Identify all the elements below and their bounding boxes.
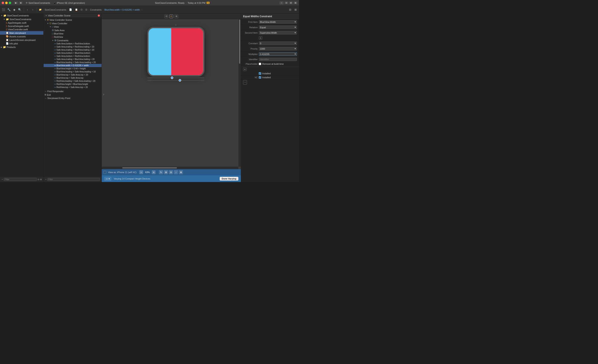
breakpoint-icon[interactable]: ◆	[12, 8, 17, 12]
scene-tree-item-blue-view[interactable]: □ BlueView	[44, 32, 101, 35]
tree-item-infoplist[interactable]: 📄 Info.plist	[0, 42, 43, 45]
run-button[interactable]: ▶	[14, 1, 18, 4]
breadcrumb-1[interactable]: SizeClassConstraints	[44, 8, 67, 11]
add-tab-button[interactable]: ＋	[280, 1, 284, 5]
constraint-red-leading-20[interactable]: ═ RedView.leading = Safe Area.leading + …	[44, 80, 101, 83]
warning-icon[interactable]: ⚠	[169, 15, 173, 18]
constraint-blue-top-20[interactable]: ═ BlueView.top = Safe Area.top + 20	[44, 73, 101, 76]
tree-item-viewcontroller[interactable]: S ViewController.swift	[0, 28, 43, 31]
tree-item-main-storyboard[interactable]: 📋 Main.storyboard	[0, 31, 43, 35]
filter-input[interactable]	[4, 178, 37, 181]
constraint-blue-height[interactable]: ═ BlueView.height = 0.44 × height	[44, 67, 101, 70]
remove-button[interactable]: −	[243, 80, 247, 85]
add-installed-button[interactable]: +	[243, 68, 247, 71]
canvas-hscroll[interactable]	[102, 167, 238, 169]
project-selector[interactable]: ⚙ SizeClassConstraints	[26, 2, 50, 4]
fit-button[interactable]: ⊟	[169, 170, 173, 174]
red-view[interactable]	[171, 28, 203, 75]
constraint-safe-trailing-red-2[interactable]: ═ Safe Area.trailing = RedView.trailing …	[44, 48, 101, 51]
constraint-blue-leading-16[interactable]: ═ BlueView.leading = Safe Area.leading +…	[44, 70, 101, 73]
multiplier-input[interactable]: 0.416295 ▾	[259, 52, 297, 56]
add-icon[interactable]: +	[2, 178, 3, 181]
scene-tree-item-vc[interactable]: ▼ ⊡ View Controller	[44, 22, 101, 25]
scene-filter-input[interactable]	[47, 178, 100, 181]
first-item-select[interactable]: BlueView.Width ▾	[259, 20, 297, 24]
tree-item-scenedelegate[interactable]: S SceneDelegate.swift	[0, 24, 43, 28]
constraint-red-height[interactable]: ═ RedView.height = BlueView.height	[44, 83, 101, 86]
tree-item-assets[interactable]: 🎨 Assets.xcassets	[0, 35, 43, 38]
layout-full[interactable]: ⊠	[294, 1, 297, 4]
scene-tree-exit[interactable]: ⊕ Exit	[44, 93, 101, 97]
add-icon[interactable]: +	[45, 178, 47, 181]
layout-split[interactable]: ⊞	[289, 1, 293, 4]
forward-icon[interactable]: ›	[31, 8, 35, 12]
minimize-button[interactable]	[5, 2, 8, 4]
tree-item-appdelegate[interactable]: S AppDelegate.swift	[0, 21, 43, 24]
installed-checkbox[interactable]	[259, 72, 261, 75]
tree-item-launchscreen[interactable]: 📋 LaunchScreen.storyboard	[0, 38, 43, 42]
scale-button[interactable]: ↕	[174, 170, 178, 174]
zoom-out-button[interactable]: −	[139, 170, 143, 174]
fullscreen-button[interactable]: ⊠	[179, 170, 183, 174]
constraint-blue-width-selected[interactable]: ═ BlueView.width = 0.416295 × width	[44, 64, 101, 67]
scene-tree-item-red-view[interactable]: □ RedView	[44, 35, 101, 39]
breadcrumb-4[interactable]: ⊡	[80, 8, 83, 11]
breadcrumb-5[interactable]: ⊡	[85, 8, 88, 11]
vscroll-thumb[interactable]	[239, 19, 240, 64]
tree-item-products[interactable]: ▶ 📁 Products	[0, 45, 43, 49]
tree-item-root[interactable]: ▼ 📁 SizeClassConstraints	[0, 14, 43, 17]
add-constraint-button[interactable]: +	[259, 36, 262, 40]
scene-tree-item-safe-area[interactable]: ⊟ Safe Area	[44, 28, 101, 32]
inspector-toggle-icon[interactable]: ⊟	[288, 8, 292, 12]
priority-input[interactable]: 1000 ▾	[259, 47, 297, 50]
blue-view[interactable]	[149, 28, 171, 75]
scene-tree-item-constraints[interactable]: ▼ ⊞ Constraints	[44, 39, 101, 42]
editor-options-icon[interactable]: 🔧	[7, 8, 11, 12]
breadcrumb-constraints[interactable]: Constraints	[90, 8, 102, 11]
hc-installed-checkbox[interactable]	[259, 76, 261, 79]
breadcrumb-current[interactable]: BlueView.width = 0.416295 × width	[104, 8, 140, 11]
relation-select[interactable]: Equal ▾	[259, 25, 297, 29]
scene-close-button[interactable]	[98, 15, 100, 16]
grid-toggle-button[interactable]: ⊞	[164, 170, 168, 174]
constraint-safe-bottom-blue[interactable]: ═ Safe Area.bottom = BlueView.bottom	[44, 51, 101, 55]
constraint-red-top-20[interactable]: ═ RedView.top = Safe Area.top + 20	[44, 86, 101, 89]
sidebar-toggle-icon[interactable]: ⬛	[1, 8, 6, 12]
placeholder-checkbox[interactable]	[259, 63, 261, 65]
scene-tree-item-view[interactable]: ▼ □ View	[44, 25, 101, 28]
search-icon[interactable]: 🔍	[17, 8, 22, 12]
constraint-safe-bottom-red[interactable]: ═ Safe Area.bottom = RedView.bottom	[44, 42, 101, 45]
options-icon[interactable]: ⊠	[40, 178, 42, 181]
inspector-options-icon[interactable]: ⊠	[293, 8, 298, 12]
close-button[interactable]	[2, 2, 4, 4]
refresh-icon-button[interactable]: ↻	[159, 170, 163, 174]
layout-toggle[interactable]: ⊟	[284, 1, 288, 4]
stop-button[interactable]: ■	[19, 1, 22, 4]
zoom-in-button[interactable]: +	[152, 170, 156, 174]
second-slider-thumb[interactable]	[179, 79, 181, 81]
second-item-select[interactable]: Superview.Width ▾	[259, 31, 297, 34]
constraint-blue-leading-safe[interactable]: ═ BlueView.leading = Safe Area.leading +…	[44, 61, 101, 64]
done-varying-button[interactable]: Done Varying	[220, 177, 238, 181]
device-selector[interactable]: 📱 iPhone SE (2nd generation)	[53, 2, 85, 4]
breadcrumb-project[interactable]: 📁	[38, 8, 42, 11]
constraint-blue-top[interactable]: ═ BlueView.top = Safe Area.top	[44, 76, 101, 80]
view-as-checkbox[interactable]	[103, 171, 106, 174]
constraint-safe-trailing-red-1[interactable]: ═ Safe Area.trailing = RedView.trailing …	[44, 45, 101, 48]
breadcrumb-3[interactable]: 📋	[74, 8, 78, 11]
canvas-vscroll[interactable]	[238, 19, 241, 167]
identifier-input[interactable]	[259, 58, 297, 61]
scene-tree-first-responder[interactable]: → First Responder	[44, 90, 101, 93]
back-icon[interactable]: ‹	[25, 8, 30, 12]
constant-input[interactable]: 0 ▾	[259, 41, 297, 45]
device-preview-icon[interactable]: ⊟	[165, 15, 168, 18]
size-selector[interactable]: ▭ ▾	[104, 177, 111, 181]
warning-badge[interactable]: 1	[207, 2, 209, 4]
constraint-safe-trailing-blue[interactable]: ═ Safe Area.trailing = BlueView.trailing…	[44, 58, 101, 61]
grid-icon[interactable]: ⊞	[174, 15, 178, 18]
scene-tree-item-vc-scene[interactable]: ▼ ⊞ View Controller Scene	[44, 18, 101, 22]
width-slider-thumb[interactable]	[171, 77, 173, 79]
tree-item-group[interactable]: ▼ 📁 SizeClassConstraints	[0, 17, 43, 21]
sort-icon[interactable]: ⊟	[38, 178, 39, 181]
breadcrumb-2[interactable]: 📄	[68, 8, 73, 11]
